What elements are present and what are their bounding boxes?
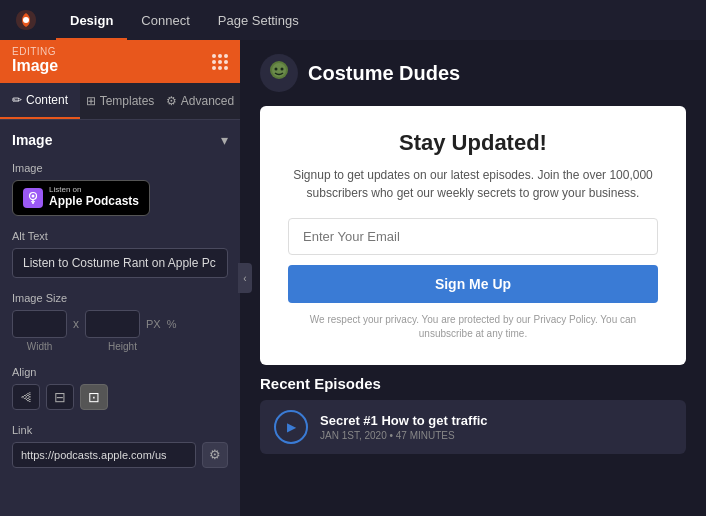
apple-badge[interactable]: Listen on Apple Podcasts [12, 180, 150, 216]
brand-name: Costume Dudes [308, 62, 460, 85]
recent-title: Recent Episodes [260, 375, 686, 392]
align-label: Align [12, 366, 228, 378]
gear-icon: ⚙ [209, 447, 221, 462]
top-nav: Design Connect Page Settings [0, 0, 706, 40]
width-input[interactable] [12, 310, 67, 338]
tab-design[interactable]: Design [56, 0, 127, 40]
editing-label: EDITING [12, 46, 228, 57]
play-icon: ▶ [287, 420, 296, 434]
signup-description: Signup to get updates on our latest epis… [288, 166, 658, 202]
panel-content: Image ▾ Image Listen on Apple P [0, 120, 240, 516]
link-label: Link [12, 424, 228, 436]
link-input[interactable] [12, 442, 196, 468]
width-sublabel: Width [12, 341, 67, 352]
episode-info: Secret #1 How to get traffic JAN 1ST, 20… [320, 413, 488, 441]
panel-tabs: ✏ Content ⊞ Templates ⚙ Advanced [0, 83, 240, 120]
link-field-group: Link ⚙ [12, 424, 228, 468]
size-row: x PX % [12, 310, 228, 338]
editing-header: EDITING Image [0, 40, 240, 83]
tab-page-settings[interactable]: Page Settings [204, 0, 313, 40]
size-sub-labels: Width Height [12, 341, 228, 352]
px-label: PX [146, 318, 161, 330]
height-sublabel: Height [95, 341, 150, 352]
left-panel: EDITING Image ✏ Content ⊞ Templates ⚙ Ad… [0, 40, 240, 516]
section-header: Image ▾ [12, 132, 228, 148]
tab-advanced[interactable]: ⚙ Advanced [160, 83, 240, 119]
alt-text-input[interactable] [12, 248, 228, 278]
grid-icon [212, 54, 228, 70]
preview-inner: Costume Dudes Stay Updated! Signup to ge… [240, 40, 706, 516]
gear-button[interactable]: ⚙ [202, 442, 228, 468]
image-field-group: Image Listen on Apple Podcasts [12, 162, 228, 216]
alt-text-group: Alt Text [12, 230, 228, 278]
link-row: ⚙ [12, 442, 228, 468]
brand-logo-icon [260, 54, 298, 92]
email-field[interactable] [288, 218, 658, 255]
pencil-icon: ✏ [12, 93, 22, 107]
svg-rect-1 [23, 188, 43, 208]
svg-point-0 [23, 17, 29, 23]
signup-title: Stay Updated! [288, 130, 658, 156]
episode-card: ▶ Secret #1 How to get traffic JAN 1ST, … [260, 400, 686, 454]
advanced-icon: ⚙ [166, 94, 177, 108]
recent-section: Recent Episodes ▶ Secret #1 How to get t… [240, 365, 706, 454]
size-label: Image Size [12, 292, 228, 304]
align-field-group: Align ⫷ ⊟ ⊡ [12, 366, 228, 410]
svg-point-8 [281, 68, 284, 71]
align-row: ⫷ ⊟ ⊡ [12, 384, 228, 410]
signup-box: Stay Updated! Signup to get updates on o… [260, 106, 686, 365]
templates-icon: ⊞ [86, 94, 96, 108]
chevron-down-icon[interactable]: ▾ [221, 132, 228, 148]
brand-header: Costume Dudes [240, 40, 706, 106]
size-x-divider: x [73, 317, 79, 331]
svg-point-3 [32, 194, 35, 197]
right-content: Costume Dudes Stay Updated! Signup to ge… [240, 40, 706, 516]
episode-meta: JAN 1ST, 2020 • 47 MINUTES [320, 430, 488, 441]
privacy-text: We respect your privacy. You are protect… [288, 313, 658, 341]
section-title: Image [12, 132, 52, 148]
align-left-btn[interactable]: ⫷ [12, 384, 40, 410]
badge-sub: Listen on [49, 186, 139, 194]
sign-me-up-button[interactable]: Sign Me Up [288, 265, 658, 303]
align-center-btn[interactable]: ⊟ [46, 384, 74, 410]
size-field-group: Image Size x PX % Width Height [12, 292, 228, 352]
app-logo [12, 6, 40, 34]
preview-area: Costume Dudes Stay Updated! Signup to ge… [240, 40, 706, 516]
badge-main: Apple Podcasts [49, 194, 139, 210]
image-label: Image [12, 162, 228, 174]
episode-title: Secret #1 How to get traffic [320, 413, 488, 428]
tab-connect[interactable]: Connect [127, 0, 203, 40]
height-input[interactable] [85, 310, 140, 338]
align-right-btn[interactable]: ⊡ [80, 384, 108, 410]
play-button[interactable]: ▶ [274, 410, 308, 444]
panel-collapse-handle[interactable]: ‹ [238, 263, 252, 293]
apple-podcast-icon [23, 188, 43, 208]
main-layout: EDITING Image ✏ Content ⊞ Templates ⚙ Ad… [0, 40, 706, 516]
tab-templates[interactable]: ⊞ Templates [80, 83, 160, 119]
svg-point-7 [275, 68, 278, 71]
pct-label: % [167, 318, 177, 330]
tab-content[interactable]: ✏ Content [0, 83, 80, 119]
editing-title: Image [12, 57, 228, 75]
alt-text-label: Alt Text [12, 230, 228, 242]
